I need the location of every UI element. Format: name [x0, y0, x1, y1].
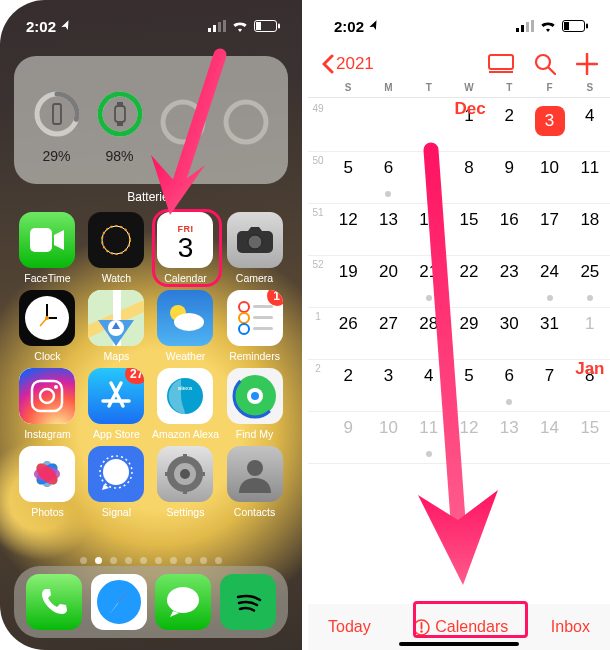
day-cell[interactable]: 3 [368, 360, 408, 411]
svg-point-39 [54, 385, 58, 389]
phone-app[interactable] [26, 574, 82, 630]
day-cell[interactable]: 2 [328, 360, 368, 411]
calendar-grid[interactable]: 4912345056789101151121314151617185219202… [308, 100, 610, 604]
svg-point-30 [174, 313, 204, 331]
svg-rect-2 [218, 22, 221, 32]
svg-point-26 [45, 316, 49, 320]
spotify-app[interactable] [220, 574, 276, 630]
calendar-app[interactable]: FRI3 [157, 212, 213, 268]
safari-app[interactable] [91, 574, 147, 630]
day-cell[interactable]: 11 [570, 152, 610, 203]
back-button[interactable]: 2021 [320, 54, 374, 74]
day-cell[interactable]: 26 [328, 308, 368, 359]
messages-app[interactable] [155, 574, 211, 630]
day-cell[interactable]: 12 [328, 204, 368, 255]
day-cell[interactable]: 8 [449, 152, 489, 203]
page-indicator[interactable] [0, 557, 302, 564]
day-cell[interactable]: 22 [449, 256, 489, 307]
signal-app[interactable] [88, 446, 144, 502]
day-cell[interactable]: 3 [529, 100, 569, 151]
day-cell[interactable]: 11 [409, 412, 449, 463]
maps-app[interactable] [88, 290, 144, 346]
day-cell[interactable]: 6 [489, 360, 529, 411]
day-cell[interactable]: 4 [409, 360, 449, 411]
battery-icon [562, 18, 588, 35]
status-bar: 2:02 [0, 14, 302, 38]
day-cell[interactable] [368, 100, 408, 151]
app-label: Instagram [24, 428, 71, 440]
app-label: Watch [102, 272, 131, 284]
list-view-button[interactable] [488, 54, 514, 74]
home-indicator[interactable] [399, 642, 519, 647]
day-cell[interactable]: 12 [449, 412, 489, 463]
day-cell[interactable]: 14 [529, 412, 569, 463]
day-cell[interactable]: 7 [409, 152, 449, 203]
day-cell[interactable]: 31 [529, 308, 569, 359]
day-cell[interactable]: 4 [570, 100, 610, 151]
day-cell[interactable]: 23 [489, 256, 529, 307]
calendar-app-pane: 2:02 2021 S M T W T F S 4912345056789101… [308, 0, 610, 650]
day-cell[interactable]: 13 [368, 204, 408, 255]
day-cell[interactable]: 20 [368, 256, 408, 307]
day-cell[interactable]: 14 [409, 204, 449, 255]
svg-point-58 [180, 469, 190, 479]
day-cell[interactable]: 27 [368, 308, 408, 359]
location-arrow-icon [365, 16, 382, 36]
photos-app[interactable] [19, 446, 75, 502]
day-cell[interactable]: 21 [409, 256, 449, 307]
battery-ring-phone: 29% [28, 90, 85, 164]
svg-rect-79 [489, 71, 513, 73]
watch-app[interactable] [88, 212, 144, 268]
svg-rect-12 [115, 106, 125, 122]
today-button[interactable]: Today [328, 618, 371, 636]
batteries-widget[interactable]: 29% 98% [14, 56, 288, 184]
day-cell[interactable] [328, 100, 368, 151]
day-cell[interactable]: 24 [529, 256, 569, 307]
day-cell[interactable]: 10 [368, 412, 408, 463]
day-cell[interactable]: 19 [328, 256, 368, 307]
status-bar: 2:02 [308, 14, 610, 38]
svg-rect-71 [516, 28, 519, 32]
findmy-app[interactable] [227, 368, 283, 424]
svg-point-21 [248, 235, 262, 249]
weather-app[interactable] [157, 290, 213, 346]
calendars-button[interactable]: Calendars [413, 618, 508, 636]
search-button[interactable] [534, 53, 556, 75]
day-cell[interactable]: 25 [570, 256, 610, 307]
appstore-app[interactable]: 27 [88, 368, 144, 424]
day-cell[interactable]: 2 [489, 100, 529, 151]
app-label: Calendar [164, 272, 207, 284]
day-cell[interactable]: 28 [409, 308, 449, 359]
widget-label: Batteries [0, 190, 302, 204]
day-cell[interactable]: 29 [449, 308, 489, 359]
day-cell[interactable]: 9 [489, 152, 529, 203]
day-cell[interactable]: 6 [368, 152, 408, 203]
clock-app[interactable] [19, 290, 75, 346]
instagram-app[interactable] [19, 368, 75, 424]
reminders-app[interactable]: 1 [227, 290, 283, 346]
day-cell[interactable]: 15 [570, 412, 610, 463]
add-event-button[interactable] [576, 53, 598, 75]
day-cell[interactable] [409, 100, 449, 151]
day-cell[interactable]: 5 [328, 152, 368, 203]
contacts-app[interactable] [227, 446, 283, 502]
day-cell[interactable]: 17 [529, 204, 569, 255]
day-cell[interactable]: 7 [529, 360, 569, 411]
facetime-app[interactable] [19, 212, 75, 268]
day-cell[interactable]: 5 [449, 360, 489, 411]
app-label: Maps [104, 350, 130, 362]
day-cell[interactable]: 1 [570, 308, 610, 359]
alexa-app[interactable]: alexa [157, 368, 213, 424]
day-cell[interactable]: 18 [570, 204, 610, 255]
day-cell[interactable]: 9 [328, 412, 368, 463]
inbox-button[interactable]: Inbox [551, 618, 590, 636]
day-cell[interactable]: 10 [529, 152, 569, 203]
settings-app[interactable] [157, 446, 213, 502]
app-label: Settings [166, 506, 204, 518]
day-cell[interactable]: 30 [489, 308, 529, 359]
battery-icon [254, 18, 280, 35]
camera-app[interactable] [227, 212, 283, 268]
day-cell[interactable]: 13 [489, 412, 529, 463]
day-cell[interactable]: 15 [449, 204, 489, 255]
day-cell[interactable]: 16 [489, 204, 529, 255]
